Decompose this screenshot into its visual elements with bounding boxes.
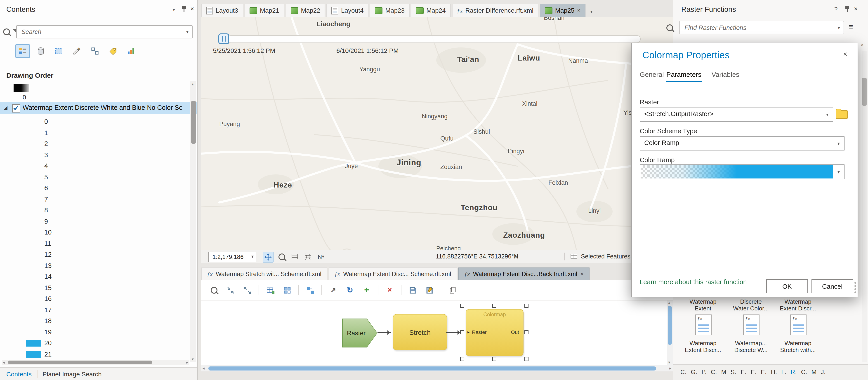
list-by-snapping-icon[interactable] <box>88 44 102 58</box>
editor-vscrollbar[interactable]: ▴ ▾ <box>667 300 673 365</box>
cancel-button[interactable]: Cancel <box>811 279 853 293</box>
rft-tab-watermap-extent-scheme[interactable]: ƒxWatermap Extent Disc... Scheme.rft.xml <box>329 267 457 280</box>
colormap-entry[interactable]: 0 <box>0 117 197 128</box>
group-tab[interactable]: H. <box>771 369 777 380</box>
scroll-up-icon[interactable]: ▴ <box>668 301 670 305</box>
editor-hscrollbar[interactable]: ◂ ▸ <box>201 365 673 372</box>
selection-handle[interactable] <box>524 357 528 361</box>
list-by-drawing-order-icon[interactable] <box>16 44 30 58</box>
selection-handle[interactable] <box>460 304 464 308</box>
pane-pin-icon[interactable] <box>181 6 187 12</box>
copy-icon[interactable] <box>447 285 458 295</box>
dialog-resize-grip[interactable] <box>855 291 856 293</box>
scroll-left-icon[interactable]: ◂ <box>3 360 5 365</box>
group-tab[interactable]: C. <box>680 369 686 380</box>
find-raster-functions-input[interactable]: Find Raster Functions ▾ <box>680 21 844 34</box>
function-item-label[interactable]: Watermap Stretch with... <box>774 340 822 353</box>
auto-layout-icon[interactable] <box>305 285 315 295</box>
colormap-entry[interactable]: 17 <box>0 305 197 316</box>
colormap-entry[interactable]: 18 <box>0 316 197 327</box>
search-options-chevron-icon[interactable]: ▾ <box>186 30 188 34</box>
colormap-entry[interactable]: 7 <box>0 194 197 205</box>
scroll-right-icon[interactable]: ▸ <box>669 367 671 371</box>
function-item-label[interactable]: Watermap Extent Discr... <box>680 340 726 353</box>
combobox-chevron-zone[interactable]: ▾ <box>833 165 844 179</box>
delete-icon[interactable]: × <box>384 285 395 295</box>
colormap-entry[interactable]: 5 <box>0 172 197 183</box>
colormap-entry[interactable]: 8 <box>0 205 197 216</box>
function-item-label[interactable]: Watermap... Discrete W... <box>726 340 775 353</box>
pane-hamburger-icon[interactable]: ≡ <box>848 23 853 32</box>
time-slider-track[interactable] <box>227 35 641 43</box>
group-tab[interactable]: L. <box>781 369 786 380</box>
tab-map24[interactable]: Map24 <box>411 4 451 17</box>
template-gallery-icon[interactable] <box>282 285 292 295</box>
scroll-down-icon[interactable]: ▾ <box>192 357 194 361</box>
selection-handle[interactable] <box>460 330 464 335</box>
group-tab[interactable]: E. <box>751 369 756 380</box>
stretch-node[interactable]: Stretch <box>393 314 447 350</box>
search-options-chevron-icon[interactable]: ▾ <box>838 26 840 30</box>
coordinates-chevron-icon[interactable]: ▾ <box>514 254 516 259</box>
ok-button[interactable]: OK <box>766 279 808 293</box>
time-slider-handle[interactable] <box>218 33 229 44</box>
pan-to-selection-icon[interactable] <box>263 252 274 262</box>
footer-tab-contents[interactable]: Contents <box>6 371 32 378</box>
zoom-selection-icon[interactable] <box>277 252 287 262</box>
selection-handle[interactable] <box>492 357 496 361</box>
contents-hscrollbar[interactable]: ◂ ▸ <box>2 360 189 365</box>
tab-layout3[interactable]: Layout3 <box>201 4 243 17</box>
colormap-entry[interactable]: 19 <box>0 327 197 338</box>
learn-more-link[interactable]: Learn more about this raster function <box>640 278 747 286</box>
scroll-up-icon[interactable]: ▴ <box>192 82 194 86</box>
rft-tab-watermap-extent-back-in-active[interactable]: ƒxWatermap Extent Disc...Back In.rft.xml… <box>458 267 590 280</box>
map-scale-combobox[interactable]: 1:2,179,186 ▾ <box>209 252 256 262</box>
tab-close-icon[interactable]: × <box>577 8 580 13</box>
layer-row-selected[interactable]: ◢ Watermap Extent Discrete White and Blu… <box>0 102 197 114</box>
function-template-icon[interactable]: ƒx <box>790 315 807 335</box>
help-icon[interactable]: ? <box>834 5 838 13</box>
list-by-labeling-icon[interactable] <box>106 44 120 58</box>
colormap-entry[interactable]: 11 <box>0 239 197 249</box>
group-tab[interactable]: E. <box>761 369 767 380</box>
colormap-entry[interactable]: 21 <box>0 349 197 360</box>
contents-vscrollbar[interactable]: ▴ ▾ <box>190 81 196 362</box>
tab-raster-difference-rft[interactable]: ƒxRaster Difference.rft.xml <box>452 4 538 17</box>
colormap-entry[interactable]: 2 <box>0 139 197 150</box>
list-by-selection-icon[interactable] <box>52 44 66 58</box>
selection-handle[interactable] <box>492 304 496 308</box>
list-by-charts-icon[interactable] <box>124 44 138 58</box>
add-table-icon[interactable] <box>265 285 276 295</box>
raster-input-node[interactable]: Raster <box>342 319 377 347</box>
group-tab[interactable]: P. <box>702 369 707 380</box>
tab-map25-active[interactable]: Map25× <box>540 4 585 17</box>
save-icon[interactable] <box>407 285 418 295</box>
selection-handle[interactable] <box>524 304 528 308</box>
selection-handle[interactable] <box>460 357 464 361</box>
list-by-data-source-icon[interactable] <box>33 44 48 58</box>
add-function-icon[interactable]: + <box>361 285 372 295</box>
north-arrow-icon[interactable]: N▾ <box>316 252 326 262</box>
pane-pin-icon[interactable] <box>844 6 850 12</box>
colormap-entry[interactable]: 1 <box>0 128 197 139</box>
function-item-label[interactable]: Discrete Water Color... <box>726 298 775 312</box>
hidden-tabs-chevron-icon[interactable]: ▾ <box>590 9 592 14</box>
colormap-entry[interactable]: 9 <box>0 216 197 227</box>
group-tab[interactable]: M <box>721 369 726 380</box>
group-tab[interactable]: M <box>811 369 817 380</box>
scroll-left-icon[interactable]: ◂ <box>203 367 205 371</box>
dialog-tab-general[interactable]: General <box>640 70 664 81</box>
tab-close-icon[interactable]: × <box>581 271 584 277</box>
color-scheme-type-combobox[interactable]: Color Ramp ▾ <box>640 136 844 151</box>
zoom-to-fit-icon[interactable] <box>225 285 236 295</box>
colormap-entry[interactable]: 13 <box>0 260 197 272</box>
dialog-tab-variables[interactable]: Variables <box>712 70 739 81</box>
group-tab[interactable]: E. <box>741 369 747 380</box>
colormap-node-selected[interactable]: Colormap ▸ Raster Out <box>466 309 524 356</box>
colormap-entry[interactable]: 4 <box>0 161 197 172</box>
function-template-icon[interactable]: ƒx <box>743 315 760 335</box>
group-tab[interactable]: C. <box>711 369 717 380</box>
rf-vscroll-thumb[interactable] <box>862 78 867 106</box>
full-extent-icon[interactable] <box>242 285 253 295</box>
rf-vscrollbar[interactable] <box>862 51 867 362</box>
